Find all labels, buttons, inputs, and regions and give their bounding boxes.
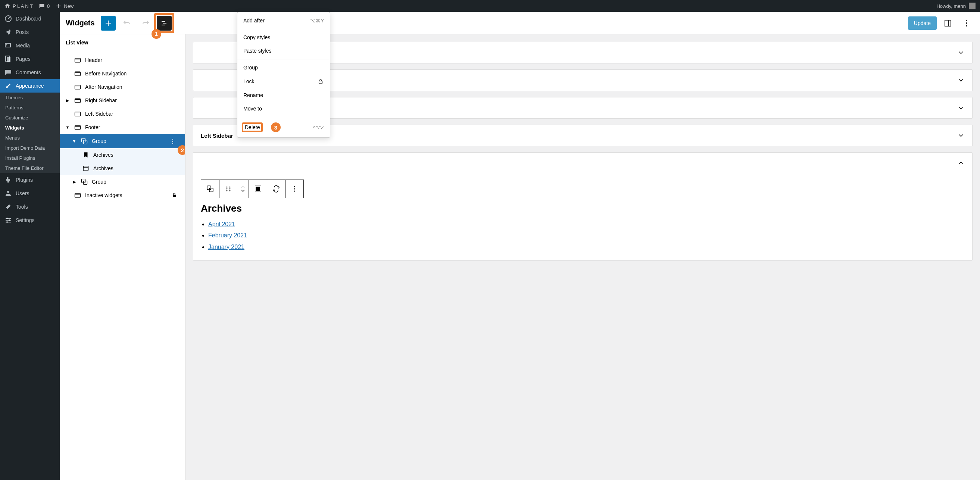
plus-icon [56, 3, 62, 9]
avatar[interactable] [969, 3, 975, 10]
comments-link[interactable]: 0 [39, 3, 49, 9]
comments-count: 0 [47, 3, 49, 9]
site-home-link[interactable]: P L A N T [5, 3, 33, 9]
admin-bar-right[interactable]: Howdy, menn [936, 3, 975, 10]
home-icon [5, 3, 10, 9]
comment-icon [39, 3, 45, 9]
new-link[interactable]: New [56, 3, 73, 9]
admin-bar-left: P L A N T 0 New [5, 3, 73, 9]
new-label: New [64, 3, 73, 9]
howdy-text: Howdy, menn [936, 3, 966, 9]
admin-bar: P L A N T 0 New Howdy, menn [0, 0, 980, 12]
site-name: P L A N T [13, 3, 33, 9]
